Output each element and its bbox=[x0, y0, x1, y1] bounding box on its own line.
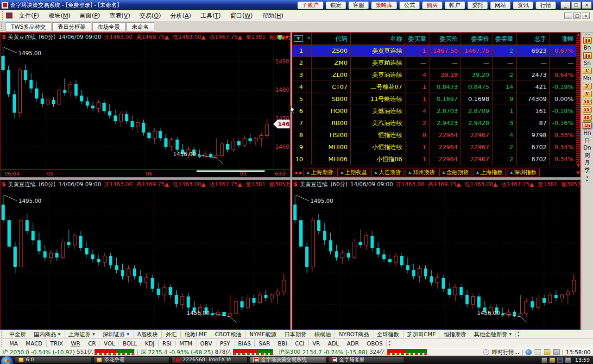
toolbar-button-其他金融期货[interactable]: 其他金融期货▼ bbox=[470, 331, 516, 338]
period-周[interactable]: 周 bbox=[585, 152, 590, 158]
period-Dn[interactable]: Dn bbox=[583, 145, 591, 151]
toolbar-button-VR[interactable]: VR bbox=[309, 340, 324, 347]
titlebar-button-委托[interactable]: 委托 bbox=[467, 1, 488, 9]
menu-V[interactable]: 查看(V) bbox=[105, 11, 135, 21]
quote-row-CT07[interactable]: 4CT07二号棉花0710.84730.847514421-0.19% bbox=[292, 81, 580, 93]
titlebar-button-网站[interactable]: 网站 bbox=[490, 1, 511, 9]
period-30'[interactable]: 30' bbox=[583, 114, 592, 121]
quote-row-ZM0[interactable]: 2ZM0美豆粕连续—————— bbox=[292, 57, 580, 69]
minimize-button[interactable]: _ bbox=[561, 1, 570, 9]
tabs-scroll-right-icon[interactable]: ▶ bbox=[298, 170, 303, 175]
quote-row-ZL00[interactable]: 3ZL00美豆油连续439.1839.20224730.64% bbox=[292, 69, 580, 81]
task-金字塔客服[interactable]: 金字塔客服 bbox=[328, 356, 404, 364]
group-tab-大连期货[interactable]: ▲大连期货 bbox=[371, 169, 404, 176]
toolbar-button-OBV[interactable]: OBV bbox=[196, 340, 216, 347]
chart-area[interactable]: 1495.001456.00 bbox=[0, 189, 290, 330]
workspace-tab-3[interactable]: 市场全景 bbox=[92, 22, 126, 31]
menu-H[interactable]: 帮助(H) bbox=[258, 11, 288, 21]
bell-icon[interactable] bbox=[535, 349, 541, 355]
quote-row-MHI00[interactable]: 9MHI00小恒指连续12296422967267020.34% bbox=[292, 141, 580, 153]
toolbar-button-棕榈油[interactable]: 棕榈油 bbox=[310, 331, 335, 338]
tabs-more-icon[interactable]: ▼ bbox=[576, 170, 580, 175]
toolbar-button-NYBOT商品[interactable]: NYBOT商品 bbox=[335, 331, 373, 338]
toolbar-overflow-icon[interactable]: ▾▾ bbox=[389, 340, 391, 347]
start-button[interactable] bbox=[1, 356, 13, 364]
toolbar-button-MA[interactable]: MA bbox=[6, 340, 22, 347]
toolbar-button-PSY[interactable]: PSY bbox=[216, 340, 234, 347]
workspace-tab-1[interactable]: TWS多品种交 bbox=[6, 22, 51, 31]
menu-M[interactable]: 板块(M) bbox=[44, 11, 75, 21]
toolbar-overflow-icon[interactable]: ▾▾ bbox=[517, 331, 519, 338]
group-tab-深圳指数[interactable]: ▲深圳指数 bbox=[507, 169, 540, 176]
toolbar-button-芝加哥CME[interactable]: 芝加哥CME bbox=[404, 331, 440, 338]
menu-T[interactable]: 工具(T) bbox=[196, 11, 226, 21]
menu-W[interactable]: 窗口(W) bbox=[226, 11, 258, 21]
scroll-down-icon[interactable]: ▼ bbox=[576, 164, 580, 168]
filter-dropdown-icon[interactable]: ▼ bbox=[294, 35, 303, 42]
candlestick-chart[interactable]: 1490148014701460146806/0405060960分1495.0… bbox=[0, 42, 290, 177]
toolbar-button-TRIX[interactable]: TRIX bbox=[47, 340, 67, 347]
column-header-7[interactable]: 涨幅 bbox=[550, 33, 576, 44]
mdi-minimize-button[interactable]: _ bbox=[564, 13, 572, 19]
titlebar-button-行情[interactable]: 行情 bbox=[536, 1, 556, 9]
tabs-scroll-left-icon[interactable]: ◀ bbox=[293, 170, 298, 175]
toolbar-button-OBOS[interactable]: OBOS bbox=[363, 340, 387, 347]
close-button[interactable]: × bbox=[582, 1, 592, 9]
period-15'[interactable]: 15' bbox=[583, 107, 592, 113]
titlebar-button-资讯[interactable]: 资讯 bbox=[513, 1, 533, 9]
period-1'[interactable]: 1' bbox=[583, 68, 592, 74]
toolbar-button-SAR[interactable]: SAR bbox=[255, 340, 274, 347]
period-Sn[interactable]: Sn bbox=[584, 60, 591, 66]
period-1h[interactable]: 1h bbox=[583, 122, 592, 129]
toolbar-button-CBOT粮油[interactable]: CBOT粮油 bbox=[211, 331, 246, 338]
toolbar-button-RSI[interactable]: RSI bbox=[159, 340, 176, 347]
task-2226568: IronFX M[interactable]: 2226568: IronFX M bbox=[171, 356, 248, 364]
column-header-3[interactable]: 委买价 bbox=[429, 33, 461, 44]
workspace-tab-4[interactable]: 未命名 bbox=[126, 22, 154, 31]
chart-area[interactable]: 1490148014701460146806/0405060960分1495.0… bbox=[0, 42, 290, 177]
toolbar-button-国内商品[interactable]: 国内商品▼ bbox=[30, 331, 64, 338]
mail-icon[interactable] bbox=[544, 349, 550, 355]
column-header-6[interactable]: 总手 bbox=[517, 33, 550, 44]
titlebar-button-公式[interactable]: 公式 bbox=[399, 1, 420, 9]
period-10'[interactable]: 10' bbox=[583, 99, 592, 105]
period-日[interactable]: 日 bbox=[585, 138, 590, 144]
group-tab-上海期货[interactable]: ▲上海期货 bbox=[303, 169, 336, 176]
task-金字塔决策交易系统[interactable]: 金字塔决策交易系统 bbox=[250, 356, 326, 364]
disk-icon[interactable] bbox=[553, 349, 560, 355]
quote-table-scrollbar[interactable]: ▲ ▼ bbox=[576, 33, 580, 168]
display-icon[interactable] bbox=[557, 358, 563, 363]
column-header-4[interactable]: 委卖价 bbox=[461, 33, 492, 44]
toolbar-button-A股板块[interactable]: A股板块 bbox=[133, 331, 162, 338]
toolbar-button-上海证券[interactable]: 上海证券▼ bbox=[64, 331, 99, 338]
column-header-0[interactable]: 代码 bbox=[312, 33, 351, 44]
toolbar-overflow-icon[interactable]: ▾▸ bbox=[586, 176, 588, 182]
toolbar-button-BOLL[interactable]: BOLL bbox=[119, 340, 141, 347]
group-tab-上期夜盘[interactable]: ▲上期夜盘 bbox=[337, 169, 370, 176]
column-header-5[interactable]: 委卖量 bbox=[492, 33, 517, 44]
toolbar-button-ADL[interactable]: ADL bbox=[324, 340, 343, 347]
period-Hn[interactable]: Hn bbox=[583, 130, 591, 136]
task-茶花争霸[interactable]: 茶花争霸 bbox=[93, 356, 170, 364]
column-header-2[interactable]: 委买量 bbox=[405, 33, 429, 44]
period-Bn[interactable]: Bn bbox=[584, 45, 591, 51]
titlebar-button-购买[interactable]: 购买 bbox=[422, 1, 442, 9]
toolbar-button-WR[interactable]: WR bbox=[67, 340, 84, 347]
toolbar-button-恒指期货[interactable]: 恒指期货 bbox=[440, 331, 470, 338]
menu-F[interactable]: 文件(F) bbox=[14, 11, 44, 21]
titlebar-button-帐户[interactable]: 帐户 bbox=[445, 1, 465, 9]
column-header-1[interactable]: 名称 bbox=[351, 33, 405, 44]
period-Mn[interactable]: Mn bbox=[583, 75, 592, 82]
group-tab-郑州期货[interactable]: ▲郑州期货 bbox=[405, 169, 438, 176]
candlestick-chart[interactable]: 1495.001456.00 bbox=[292, 189, 580, 329]
toolbar-button-VOL[interactable]: VOL bbox=[100, 340, 119, 347]
toolbar-button-外汇[interactable]: 外汇 bbox=[162, 331, 181, 338]
volume-icon[interactable] bbox=[565, 358, 571, 363]
period-3'[interactable]: 3' bbox=[583, 83, 592, 89]
toolbar-button-MACD[interactable]: MACD bbox=[22, 340, 47, 347]
toolbar-button-KDJ[interactable]: KDJ bbox=[141, 340, 159, 347]
titlebar-button-策略库[interactable]: 策略库 bbox=[371, 1, 397, 9]
task-6.0[interactable]: 6.0 bbox=[15, 356, 91, 364]
titlebar-button-子账户[interactable]: 子账户 bbox=[297, 1, 323, 9]
toolbar-button-伦敦LME[interactable]: 伦敦LME bbox=[181, 331, 211, 338]
